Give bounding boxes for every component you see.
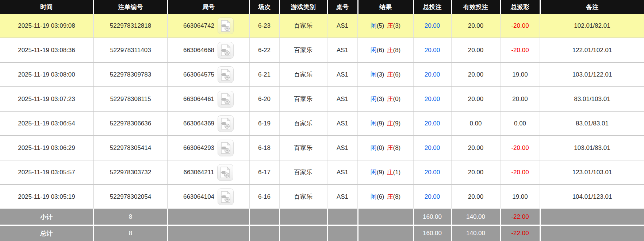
cell-total-payout: 19.00 [500, 184, 540, 209]
cell-round-id: 663064742 [168, 14, 249, 38]
cell-table-no: AS1 [327, 136, 358, 160]
table-row: 2025-11-19 03:08:00 522978309783 6630645… [0, 62, 644, 87]
cell-session: 6-16 [249, 184, 279, 209]
video-replay-button[interactable] [218, 18, 234, 34]
cell-total-payout: -20.00 [500, 136, 540, 160]
grandtotal-valid-bet: 140.00 [451, 225, 500, 241]
cell-time: 2025-11-19 03:08:00 [0, 62, 93, 87]
cell-round-id: 663064104 [168, 184, 249, 209]
round-id-value: 663064575 [183, 71, 214, 78]
subtotal-empty-remark [540, 209, 644, 225]
banker-score: (8) [393, 47, 401, 54]
player-label: 闲 [371, 144, 377, 151]
subtotal-label: 小计 [0, 209, 93, 225]
cell-time: 2025-11-19 03:06:54 [0, 111, 93, 136]
cell-total-payout: 19.00 [500, 62, 540, 87]
cell-bet-id: 522978306636 [93, 111, 168, 136]
cell-remark: 103.01/122.01 [540, 62, 644, 87]
cell-table-no: AS1 [327, 184, 358, 209]
round-id-value: 663064461 [183, 96, 214, 103]
player-label: 闲 [371, 169, 377, 176]
cell-time: 2025-11-19 03:09:08 [0, 14, 93, 38]
subtotal-empty-game-type [279, 209, 327, 225]
cell-round-id: 663064461 [168, 87, 249, 111]
banker-label: 庄 [387, 96, 393, 102]
cell-remark: 123.01/103.01 [540, 160, 644, 184]
cell-game-type: 百家乐 [279, 184, 327, 209]
grandtotal-empty-table-no [327, 225, 358, 241]
player-score: (9) [377, 120, 384, 127]
cell-bet-id: 522978308115 [93, 87, 168, 111]
cell-round-id: 663064293 [168, 136, 249, 160]
video-file-icon [220, 142, 231, 154]
video-replay-button[interactable] [218, 115, 234, 132]
cell-total-bet: 20.00 [413, 111, 451, 136]
cell-remark: 102.01/82.01 [540, 14, 644, 38]
cell-game-type: 百家乐 [279, 62, 327, 87]
video-replay-button[interactable] [217, 164, 233, 181]
cell-result: 闲(0)庄(8) [358, 136, 413, 160]
cell-time: 2025-11-19 03:05:19 [0, 184, 93, 209]
cell-table-no: AS1 [327, 111, 358, 136]
grandtotal-empty-game-type [279, 225, 327, 241]
player-score: (3) [377, 96, 384, 102]
table-row: 2025-11-19 03:07:23 522978308115 6630644… [0, 87, 644, 111]
subtotal-count: 8 [93, 209, 168, 225]
cell-total-payout: -20.00 [500, 38, 540, 62]
cell-valid-bet: 20.00 [451, 38, 500, 62]
player-label: 闲 [371, 193, 377, 200]
banker-label: 庄 [387, 71, 393, 78]
cell-game-type: 百家乐 [279, 111, 327, 136]
cell-total-payout: 0.00 [500, 111, 540, 136]
video-replay-button[interactable] [218, 66, 234, 83]
video-replay-button[interactable] [218, 42, 234, 59]
cell-result: 闲(5)庄(3) [358, 14, 413, 38]
subtotal-empty-round [168, 209, 249, 225]
banker-score: (6) [393, 71, 401, 78]
video-replay-button[interactable] [218, 140, 234, 156]
banker-label: 庄 [387, 22, 393, 29]
cell-total-bet: 20.00 [413, 136, 451, 160]
video-file-icon [220, 191, 231, 203]
player-score: (5) [377, 22, 384, 29]
player-score: (3) [377, 71, 384, 78]
cell-valid-bet: 0.00 [451, 111, 500, 136]
cell-total-payout: -20.00 [500, 14, 540, 38]
cell-result: 闲(6)庄(8) [358, 184, 413, 209]
cell-session: 6-17 [249, 160, 279, 184]
grandtotal-empty-session [249, 225, 279, 241]
cell-bet-id: 522978305414 [93, 136, 168, 160]
cell-session: 6-20 [249, 87, 279, 111]
player-score: (6) [377, 193, 384, 200]
grandtotal-empty-round [168, 225, 249, 241]
video-file-icon [220, 167, 231, 178]
cell-total-payout: 20.00 [500, 87, 540, 111]
player-label: 闲 [371, 47, 377, 54]
cell-table-no: AS1 [327, 38, 358, 62]
cell-total-bet: 20.00 [413, 38, 451, 62]
subtotal-row: 小计 8 160.00 140.00 -22.00 [0, 209, 644, 225]
cell-time: 2025-11-19 03:05:57 [0, 160, 93, 184]
video-replay-button[interactable] [218, 91, 234, 108]
cell-total-bet: 20.00 [413, 184, 451, 209]
cell-bet-id: 522978309783 [93, 62, 168, 87]
grandtotal-label: 总计 [0, 225, 93, 241]
grandtotal-total-bet: 160.00 [413, 225, 451, 241]
cell-valid-bet: 20.00 [451, 14, 500, 38]
cell-total-payout: -20.00 [500, 160, 540, 184]
cell-total-bet: 20.00 [413, 160, 451, 184]
col-header-table-no: 桌号 [327, 0, 358, 14]
banker-score: (8) [393, 144, 401, 151]
video-replay-button[interactable] [218, 188, 234, 205]
subtotal-empty-result [358, 209, 413, 225]
grandtotal-payout: -22.00 [500, 225, 540, 241]
cell-time: 2025-11-19 03:07:23 [0, 87, 93, 111]
cell-bet-id: 522978311403 [93, 38, 168, 62]
video-file-icon [220, 44, 231, 56]
subtotal-valid-bet: 140.00 [451, 209, 500, 225]
cell-table-no: AS1 [327, 62, 358, 87]
cell-round-id: 663064668 [168, 38, 249, 62]
col-header-total-payout: 总派彩 [500, 0, 540, 14]
col-header-round-id: 局号 [168, 0, 249, 14]
cell-valid-bet: 20.00 [451, 62, 500, 87]
